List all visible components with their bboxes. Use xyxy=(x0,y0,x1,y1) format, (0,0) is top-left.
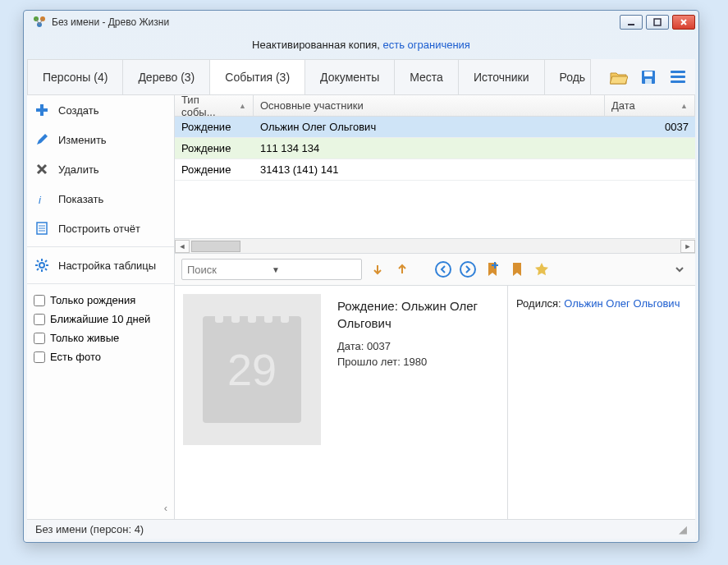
detail-relations: Родился: Ольжин Олег Ольгович xyxy=(508,286,695,519)
tab-tree[interactable]: Дерево (3) xyxy=(122,59,210,94)
close-button[interactable] xyxy=(672,15,695,30)
expand-detail-button[interactable] xyxy=(671,260,689,278)
status-text: Без имени (персон: 4) xyxy=(35,523,144,535)
born-label: Родился: xyxy=(516,297,564,310)
notice-text: Неактивированная копия, xyxy=(252,39,382,51)
table-row[interactable]: Рождение 111 134 134 xyxy=(175,138,695,159)
filter-alive-checkbox[interactable] xyxy=(34,333,45,344)
events-table: Тип собы...▲ Основные участники Дата▲ Ро… xyxy=(175,95,695,253)
detail-thumbnail: 29 xyxy=(175,286,329,519)
app-window: Без имени - Древо Жизни Неактивированная… xyxy=(23,10,699,543)
table-row[interactable]: Рождение 31413 (141) 141 xyxy=(175,159,695,181)
titlebar[interactable]: Без имени - Древо Жизни xyxy=(24,11,698,34)
sidebar-separator-2 xyxy=(27,283,174,284)
edit-button[interactable]: Изменить xyxy=(27,125,174,154)
hamburger-icon xyxy=(671,71,685,83)
filter-photo-checkbox[interactable] xyxy=(34,351,45,363)
svg-point-25 xyxy=(460,262,475,277)
plus-icon xyxy=(34,102,50,118)
detail-date: Дата: 0037 xyxy=(337,340,499,352)
sidebar-separator xyxy=(27,246,174,247)
detail-info: Рождение: Ольжин Олег Ольгович Дата: 003… xyxy=(329,286,508,519)
scroll-left-icon[interactable]: ◄ xyxy=(175,240,190,253)
edit-label: Изменить xyxy=(58,134,107,146)
info-icon: i xyxy=(34,191,50,207)
svg-rect-4 xyxy=(654,19,661,25)
dropdown-icon[interactable]: ▼ xyxy=(272,265,356,274)
col-header-type[interactable]: Тип собы...▲ xyxy=(175,95,254,116)
notice-link[interactable]: есть ограничения xyxy=(382,39,469,51)
sidebar-collapse[interactable]: ‹ xyxy=(27,497,174,519)
maximize-button[interactable] xyxy=(646,15,669,30)
status-bar: Без имени (персон: 4) ◢ xyxy=(27,519,695,539)
tab-events[interactable]: События (3) xyxy=(209,59,305,94)
horizontal-scrollbar[interactable]: ◄ ► xyxy=(175,238,695,253)
scroll-right-icon[interactable]: ► xyxy=(680,240,695,253)
bookmark-add-button[interactable] xyxy=(483,260,501,278)
svg-line-20 xyxy=(37,260,39,262)
save-icon[interactable] xyxy=(639,68,657,86)
tabs-row: Персоны (4) Дерево (3) События (3) Докум… xyxy=(27,59,695,95)
filter-only-births[interactable]: Только рождения xyxy=(34,291,167,310)
sidebar: Создать Изменить Удалить i Показать Пост… xyxy=(27,95,175,519)
minimize-button[interactable] xyxy=(620,15,643,30)
table-settings-button[interactable]: Настройка таблицы xyxy=(27,250,174,280)
show-label: Показать xyxy=(58,193,103,205)
nav-back-button[interactable] xyxy=(434,260,452,278)
svg-text:i: i xyxy=(39,194,42,206)
svg-line-22 xyxy=(45,260,47,262)
report-button[interactable]: Построить отчёт xyxy=(27,214,174,243)
move-up-button[interactable] xyxy=(393,260,411,278)
report-icon xyxy=(34,220,50,237)
tab-persons[interactable]: Персоны (4) xyxy=(27,59,123,94)
detail-title: Рождение: Ольжин Олег Ольгович xyxy=(337,297,499,332)
svg-line-21 xyxy=(45,269,47,270)
delete-icon xyxy=(34,161,50,177)
window-title: Без имени - Древо Жизни xyxy=(52,16,620,28)
born-person-link[interactable]: Ольжин Олег Ольгович xyxy=(564,297,680,310)
detail-elapsed: Прошло лет: 1980 xyxy=(337,356,499,368)
create-button[interactable]: Создать xyxy=(27,95,174,125)
search-placeholder: Поиск xyxy=(187,264,272,276)
col-header-participants[interactable]: Основные участники xyxy=(254,95,605,116)
table-row[interactable]: Рождение Ольжин Олег Ольгович 0037 xyxy=(175,117,695,138)
delete-label: Удалить xyxy=(58,163,99,176)
delete-button[interactable]: Удалить xyxy=(27,154,174,184)
svg-point-24 xyxy=(436,262,451,277)
app-icon xyxy=(32,15,47,30)
calendar-icon: 29 xyxy=(183,294,321,445)
svg-point-15 xyxy=(39,263,44,268)
calendar-day: 29 xyxy=(227,344,277,395)
sort-asc-icon: ▲ xyxy=(680,102,688,110)
show-button[interactable]: i Показать xyxy=(27,184,174,214)
detail-toolbar: Поиск ▼ xyxy=(175,253,695,286)
resize-grip-icon[interactable]: ◢ xyxy=(679,523,687,535)
report-label: Построить отчёт xyxy=(58,223,140,235)
svg-rect-27 xyxy=(492,264,498,266)
menu-button[interactable] xyxy=(669,68,687,86)
search-input[interactable]: Поиск ▼ xyxy=(181,259,362,280)
svg-rect-3 xyxy=(628,24,634,25)
scroll-thumb[interactable] xyxy=(191,241,240,252)
tab-sources[interactable]: Источники xyxy=(458,59,545,94)
filter-next10-checkbox[interactable] xyxy=(34,314,45,325)
filter-only-alive[interactable]: Только живые xyxy=(34,328,167,347)
move-down-button[interactable] xyxy=(369,260,387,278)
col-header-date[interactable]: Дата▲ xyxy=(605,95,695,116)
sort-asc-icon: ▲ xyxy=(239,102,246,110)
tab-places[interactable]: Места xyxy=(394,59,459,94)
svg-rect-6 xyxy=(644,71,652,76)
filter-next-10-days[interactable]: Ближайшие 10 дней xyxy=(34,310,167,328)
nav-forward-button[interactable] xyxy=(459,260,477,278)
open-file-icon[interactable] xyxy=(610,68,628,86)
bookmark-button[interactable] xyxy=(508,260,526,278)
filter-only-births-checkbox[interactable] xyxy=(34,295,45,306)
filter-has-photo[interactable]: Есть фото xyxy=(34,347,167,366)
tab-relations[interactable]: Родь xyxy=(544,59,592,94)
activation-notice: Неактивированная копия, есть ограничения xyxy=(24,34,698,59)
favorite-button[interactable] xyxy=(533,260,551,278)
table-settings-label: Настройка таблицы xyxy=(58,260,156,272)
svg-rect-9 xyxy=(36,108,48,112)
tab-documents[interactable]: Документы xyxy=(304,59,395,94)
pencil-icon xyxy=(34,131,50,148)
